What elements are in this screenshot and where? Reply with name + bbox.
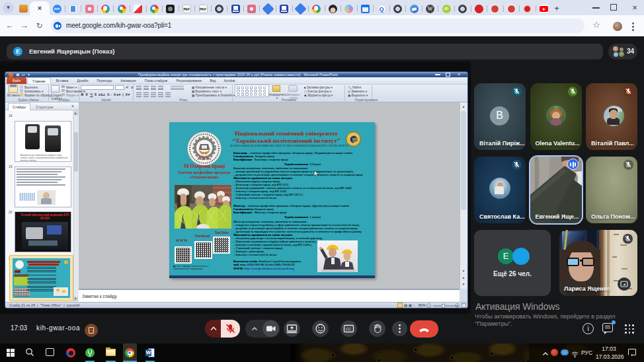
svg-text:Кафедра: Кафедра — [197, 157, 212, 161]
svg-text:♻: ♻ — [203, 151, 206, 155]
svg-text:CC: CC — [346, 327, 352, 331]
